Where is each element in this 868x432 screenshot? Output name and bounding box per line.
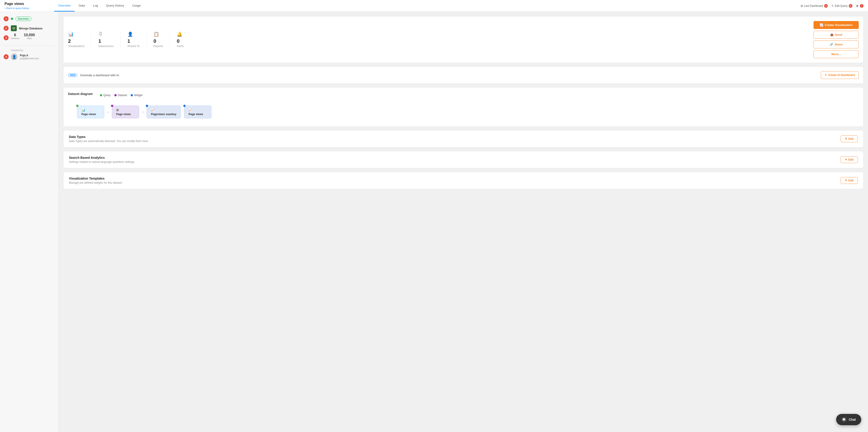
query-node-label: Page views xyxy=(81,113,96,116)
viz-templates-card: Visualization Templates Manage pre-defin… xyxy=(63,172,864,189)
sidebar-item-database: 2 M Mongo Database xyxy=(4,25,55,31)
tab-query-history[interactable]: Query History xyxy=(102,0,128,11)
node-dot-widget-1 xyxy=(146,105,148,107)
back-link[interactable]: Back to query listing xyxy=(4,6,50,10)
sidebar-badge-3: 3 xyxy=(4,35,8,40)
data-types-desc: Data Types are automatically detected. Y… xyxy=(69,140,149,143)
sidebar-badge-2: 2 xyxy=(4,26,8,31)
data-types-left: Data Types Data Types are automatically … xyxy=(69,135,149,143)
columns-label: columns xyxy=(11,37,19,39)
edit-query-action[interactable]: ✎ Edit Query 6 xyxy=(831,4,852,8)
legend-dot-query xyxy=(100,94,102,96)
diagram-node-widget-2: 📈 Page views xyxy=(184,106,211,118)
new-badge: NEW xyxy=(68,74,77,77)
viz-templates-left: Visualization Templates Manage pre-defin… xyxy=(69,177,123,184)
rows-label: rows xyxy=(24,37,35,39)
share-button[interactable]: 🔗 Share xyxy=(813,40,859,49)
rows-block: 10,000 rows xyxy=(24,33,35,39)
stat-label-reports: Reports xyxy=(153,45,163,48)
node-dot-dataset xyxy=(111,105,113,107)
stat-label-shared: Shared To xyxy=(127,45,140,48)
diagram-legend: Query Dataset Widget xyxy=(100,94,143,97)
stats-card: 📊 2 Visualizations 🗄 1 Datasources 👤 1 S… xyxy=(63,16,864,63)
stat-visualizations: 📊 2 Visualizations xyxy=(68,31,91,48)
search-analytics-card: Search Based Analytics Settings related … xyxy=(63,151,864,168)
ai-banner-card: NEW Generate a dashboard with AI. ✦ Crea… xyxy=(63,66,864,84)
legend-dataset: Dataset xyxy=(114,94,127,97)
arrow-2: → xyxy=(141,110,145,114)
tab-data[interactable]: Data xyxy=(74,0,89,11)
header-actions: ⊞ Last Dashboard 5 ✎ Edit Query 6 🗑 7 xyxy=(801,4,864,8)
chat-icon: 💬 xyxy=(842,417,846,422)
stat-val-alerts: 0 xyxy=(177,38,180,44)
grid-icon: ⊞ xyxy=(801,4,803,7)
viz-templates-title: Visualization Templates xyxy=(69,177,123,180)
share-icon: 🔗 xyxy=(830,43,833,46)
user-icon: 👤 xyxy=(127,31,133,37)
database-name: Mongo Database xyxy=(19,27,42,30)
widget-1-icon: 📈 xyxy=(151,108,155,112)
search-analytics-left: Search Based Analytics Settings related … xyxy=(69,156,135,164)
status-dot-green xyxy=(11,18,13,20)
report-icon: 📋 xyxy=(153,31,159,37)
legend-query: Query xyxy=(100,94,111,97)
sidebar: 1 Success 2 M Mongo Database 3 6 columns… xyxy=(0,12,59,432)
create-visualization-button[interactable]: 📈 Create Visualization xyxy=(813,21,859,29)
create-ai-dashboard-button[interactable]: ✦ Create AI Dashboard xyxy=(821,71,859,79)
page-title: Page views xyxy=(4,2,50,6)
edit-pencil-icon-2: ✎ xyxy=(845,158,847,161)
cols-rows-block: 6 columns 10,000 rows xyxy=(11,33,35,39)
created-by-label: Created by: xyxy=(11,49,55,52)
sidebar-item-user: Created by: 4 👤 Puja A puja@knowi.com xyxy=(4,49,55,60)
chat-label: Chat xyxy=(849,418,856,421)
more-button[interactable]: More... xyxy=(813,50,859,58)
content-area: 📊 2 Visualizations 🗄 1 Datasources 👤 1 S… xyxy=(59,12,868,432)
stat-val-visualizations: 2 xyxy=(68,38,71,44)
status-label: Success xyxy=(16,17,31,21)
stat-shared: 👤 1 Shared To xyxy=(121,31,147,48)
legend-dot-widget xyxy=(131,94,133,96)
widget-2-icon: 📈 xyxy=(188,108,192,112)
tabs-nav: Overview Data Log Query History Usage xyxy=(54,0,801,11)
viz-templates-edit-button[interactable]: ✎ Edit xyxy=(841,177,858,184)
sidebar-badge-1: 1 xyxy=(4,16,8,21)
send-button[interactable]: 📤 Send xyxy=(813,31,859,39)
delete-action[interactable]: 🗑 7 xyxy=(856,4,864,8)
edit-query-badge: 6 xyxy=(849,4,852,8)
viz-templates-desc: Manage pre-defined widgets for this data… xyxy=(69,181,123,184)
widget-2-label: Page views xyxy=(188,113,203,116)
dataset-node-icon: ⊞ xyxy=(116,108,119,112)
columns-block: 6 columns xyxy=(11,33,19,39)
diagram-node-widget-1: 📈 Pageviews ssankey xyxy=(147,106,181,118)
stat-val-reports: 0 xyxy=(153,38,156,44)
sidebar-item-colsrows: 3 6 columns 10,000 rows xyxy=(4,35,55,41)
chat-fab-button[interactable]: 💬 Chat xyxy=(836,414,861,425)
stat-label-datasources: Datasources xyxy=(98,45,114,48)
ai-icon: ✦ xyxy=(825,74,827,77)
legend-widget: Widget xyxy=(131,94,143,97)
data-types-card: Data Types Data Types are automatically … xyxy=(63,130,864,147)
stat-val-datasources: 1 xyxy=(98,38,101,44)
sidebar-item-status: 1 Success xyxy=(4,16,55,21)
user-info-row: 4 👤 Puja A puja@knowi.com xyxy=(4,53,55,60)
search-analytics-edit-button[interactable]: ✎ Edit xyxy=(841,156,858,163)
edit-pencil-icon-3: ✎ xyxy=(845,179,847,182)
dataset-diagram-card: Dataset diagram Query Dataset Widget xyxy=(63,87,864,127)
dataset-diagram-header: Dataset diagram Query Dataset Widget xyxy=(68,92,859,98)
last-dashboard-action[interactable]: ⊞ Last Dashboard 5 xyxy=(801,4,828,8)
mongo-icon: M xyxy=(11,25,17,31)
search-analytics-title: Search Based Analytics xyxy=(69,156,135,160)
query-node-icon: 📊 xyxy=(81,108,85,112)
search-analytics-desc: Settings related to natural language que… xyxy=(69,161,135,164)
diagram-node-dataset: ⊞ Page views xyxy=(112,106,139,118)
dataset-diagram-title: Dataset diagram xyxy=(68,92,93,96)
tab-usage[interactable]: Usage xyxy=(128,0,145,11)
stat-label-visualizations: Visualizations xyxy=(68,45,85,48)
stat-alerts: 🔔 0 Alerts xyxy=(170,31,191,48)
tab-log[interactable]: Log xyxy=(89,0,102,11)
legend-dot-dataset xyxy=(114,94,117,96)
data-types-edit-button[interactable]: ✎ Edit xyxy=(841,136,858,142)
stats-left: 📊 2 Visualizations 🗄 1 Datasources 👤 1 S… xyxy=(68,21,813,58)
bell-icon: 🔔 xyxy=(177,31,182,37)
tab-overview[interactable]: Overview xyxy=(54,0,74,11)
